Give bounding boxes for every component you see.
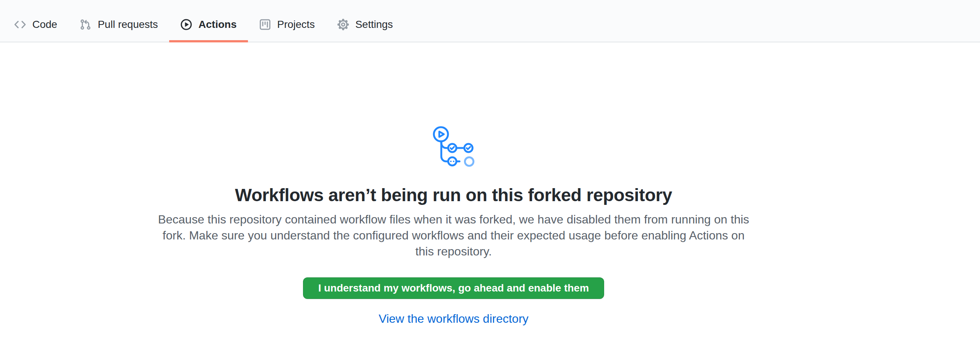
tab-pull-requests-label: Pull requests (98, 19, 158, 30)
repo-tab-nav: Code Pull requests Actions Projects (0, 0, 980, 42)
tab-settings[interactable]: Settings (326, 0, 404, 42)
tab-actions[interactable]: Actions (169, 0, 248, 42)
actions-blankslate: Workflows aren’t being run on this forke… (77, 42, 830, 326)
tab-projects[interactable]: Projects (248, 0, 326, 42)
enable-workflows-button[interactable]: I understand my workflows, go ahead and … (303, 277, 604, 299)
tab-actions-label: Actions (199, 19, 237, 30)
code-icon (14, 19, 26, 30)
view-workflows-directory-link[interactable]: View the workflows directory (379, 312, 528, 326)
project-icon (259, 19, 271, 30)
workflow-graph-icon (433, 126, 475, 167)
gear-icon (337, 19, 349, 30)
play-circle-icon (180, 19, 192, 30)
tab-code[interactable]: Code (3, 0, 68, 42)
blankslate-description: Because this repository contained workfl… (153, 211, 755, 259)
tab-pull-requests[interactable]: Pull requests (68, 0, 169, 42)
tab-settings-label: Settings (355, 19, 393, 30)
tab-projects-label: Projects (277, 19, 315, 30)
git-pull-request-icon (80, 19, 91, 30)
blankslate-title: Workflows aren’t being run on this forke… (77, 184, 830, 206)
tab-code-label: Code (32, 19, 57, 30)
workflows-directory-link-row: View the workflows directory (77, 312, 830, 326)
